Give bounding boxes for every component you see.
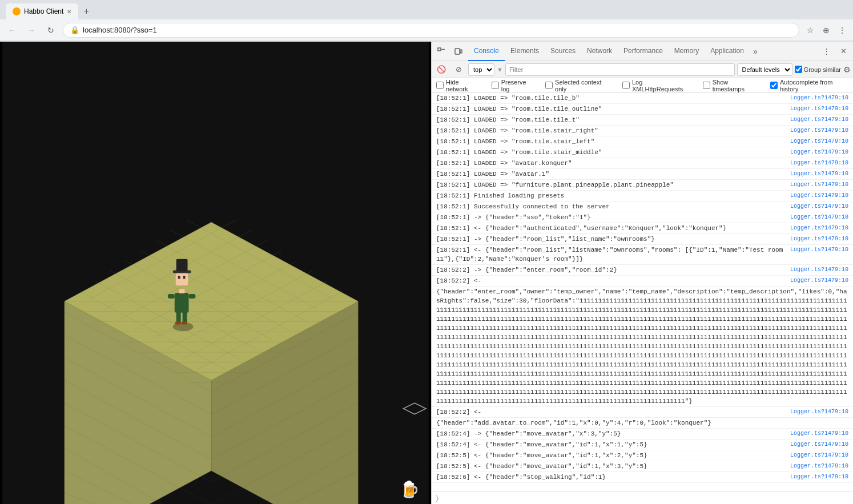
console-line-source[interactable]: Logger.ts?1479:10 <box>790 224 848 233</box>
console-line-source[interactable]: Logger.ts?1479:10 <box>790 213 848 222</box>
console-line: [18:52:1] LOADED => "avatar.1"Logger.ts?… <box>432 169 853 180</box>
console-line-source[interactable]: Logger.ts?1479:10 <box>790 245 848 255</box>
console-gear-button[interactable]: ⚙ <box>843 65 851 74</box>
console-line: [18:52:1] -> {"header":"room_list","list… <box>432 234 853 245</box>
autocomplete-label[interactable]: Autocomplete from history <box>770 79 848 92</box>
tab-sources[interactable]: Sources <box>545 42 581 61</box>
svg-rect-64 <box>438 48 441 51</box>
console-line-text: [18:52:1] Finished loading presets <box>436 191 786 200</box>
svg-rect-57 <box>179 289 185 293</box>
console-line-source[interactable]: Logger.ts?1479:10 <box>790 429 848 438</box>
tab-memory[interactable]: Memory <box>669 42 705 61</box>
console-line-source[interactable]: Logger.ts?1479:10 <box>790 462 848 471</box>
console-line-source[interactable]: Logger.ts?1479:10 <box>790 104 848 114</box>
show-timestamps-label[interactable]: Show timestamps <box>703 79 759 92</box>
console-line-source[interactable]: Logger.ts?1479:10 <box>790 137 848 146</box>
hide-network-label[interactable]: Hide network <box>436 79 480 92</box>
filter-input[interactable] <box>505 63 735 76</box>
console-line-source[interactable]: Logger.ts?1479:10 <box>790 148 848 157</box>
console-line-source[interactable]: Logger.ts?1479:10 <box>790 440 848 449</box>
console-line: [18:52:6] <- {"header":"stop_walking","i… <box>432 472 853 483</box>
console-settings-button[interactable]: ⊘ <box>451 62 466 77</box>
console-line-source[interactable]: Logger.ts?1479:10 <box>790 170 848 179</box>
more-tabs-button[interactable]: » <box>750 47 761 56</box>
console-line-source[interactable]: Logger.ts?1479:10 <box>790 180 848 189</box>
console-line-text: [18:52:1] <- {"header":"room_list","list… <box>436 245 786 264</box>
tab-network[interactable]: Network <box>581 42 618 61</box>
level-selector[interactable]: Default levels Verbose Info Warnings Err… <box>737 63 792 76</box>
console-line-source[interactable]: Logger.ts?1479:10 <box>790 451 848 460</box>
address-bar[interactable]: 🔒 localhost:8080/?sso=1 <box>63 23 799 38</box>
console-line: [18:52:4] -> {"header":"move_avatar","x"… <box>432 429 853 440</box>
tab-application[interactable]: Application <box>705 42 750 61</box>
new-tab-button[interactable]: + <box>78 3 94 19</box>
preserve-log-label[interactable]: Preserve log <box>492 79 534 92</box>
show-timestamps-checkbox[interactable] <box>703 82 710 89</box>
tab-bar: Habbo Client ✕ + <box>0 0 853 19</box>
console-line-source[interactable]: Logger.ts?1479:10 <box>790 126 848 135</box>
console-line-text: [18:52:1] LOADED => "room.tile.stair_rig… <box>436 126 786 135</box>
svg-rect-60 <box>183 276 186 279</box>
lock-icon: 🔒 <box>70 26 79 34</box>
devtools-toolbar: Console Elements Sources Network Perform… <box>432 42 853 61</box>
console-line-source[interactable]: Logger.ts?1479:10 <box>790 408 848 417</box>
console-line: {"header":"enter_room","owner":"temp_own… <box>432 287 853 407</box>
inspect-element-button[interactable] <box>434 44 449 59</box>
console-line: [18:52:1] Finished loading presetsLogger… <box>432 191 853 201</box>
devtools-more-button[interactable]: ⋮ <box>819 44 834 59</box>
console-input[interactable] <box>442 494 848 502</box>
console-line-source[interactable]: Logger.ts?1479:10 <box>790 265 848 275</box>
hide-network-checkbox[interactable] <box>436 82 444 89</box>
more-button[interactable]: ⋮ <box>836 24 848 37</box>
extensions-button[interactable]: ⊕ <box>820 24 832 37</box>
isometric-scene <box>0 42 431 504</box>
checkboxes-right: Log XMLHttpRequests Show timestamps Auto… <box>622 79 848 92</box>
address-text: localhost:8080/?sso=1 <box>83 26 157 34</box>
selected-context-checkbox[interactable] <box>545 82 553 89</box>
tab-console[interactable]: Console <box>468 42 505 61</box>
console-line-source[interactable]: Logger.ts?1479:10 <box>790 94 848 103</box>
console-line-text: [18:52:1] LOADED => "room.tile.stair_mid… <box>436 148 786 157</box>
devtools-panel: Console Elements Sources Network Perform… <box>431 42 853 504</box>
forward-button[interactable]: → <box>24 23 39 38</box>
console-line-text: [18:52:1] LOADED => "room.tile.tile_b" <box>436 94 786 103</box>
clear-console-button[interactable]: 🚫 <box>434 62 449 77</box>
console-line-source[interactable]: Logger.ts?1479:10 <box>790 276 848 285</box>
console-line-text: [18:52:1] <- {"header":"authenticated","… <box>436 224 786 233</box>
tab-performance[interactable]: Performance <box>618 42 669 61</box>
svg-rect-67 <box>460 50 462 53</box>
log-xml-label[interactable]: Log XMLHttpRequests <box>622 79 691 92</box>
console-line-source[interactable]: Logger.ts?1479:10 <box>790 235 848 244</box>
console-line-source[interactable]: Logger.ts?1479:10 <box>790 191 848 200</box>
reload-button[interactable]: ↻ <box>43 23 58 38</box>
selected-context-label[interactable]: Selected context only <box>545 79 611 92</box>
console-output[interactable]: [18:52:1] LOADED => "room.tile.tile_b"Lo… <box>432 93 853 491</box>
console-line-source[interactable]: Logger.ts?1479:10 <box>790 202 848 211</box>
preserve-log-checkbox[interactable] <box>492 82 499 89</box>
console-line-text: [18:52:1] LOADED => "avatar.konquer" <box>436 159 786 168</box>
tab-close-button[interactable]: ✕ <box>67 9 71 15</box>
group-similar-label[interactable]: Group similar <box>795 66 841 73</box>
tab-elements[interactable]: Elements <box>505 42 545 61</box>
console-line-text: [18:52:2] <- <box>436 276 786 285</box>
console-line: [18:52:5] <- {"header":"move_avatar","id… <box>432 450 853 461</box>
console-line-source[interactable]: Logger.ts?1479:10 <box>790 473 848 482</box>
bookmark-button[interactable]: ☆ <box>804 24 816 37</box>
device-toolbar-button[interactable] <box>451 44 466 59</box>
active-tab[interactable]: Habbo Client ✕ <box>6 3 78 19</box>
svg-rect-52 <box>175 322 181 325</box>
log-xml-checkbox[interactable] <box>622 82 630 89</box>
console-line-text: [18:52:1] LOADED => "room.tile.tile_t" <box>436 115 786 124</box>
console-line: [18:52:1] LOADED => "room.tile.stair_rig… <box>432 126 853 136</box>
devtools-close-button[interactable]: ✕ <box>836 44 851 59</box>
prompt-arrow: 〉 <box>436 494 438 502</box>
console-line-source[interactable]: Logger.ts?1479:10 <box>790 159 848 168</box>
autocomplete-checkbox[interactable] <box>770 82 778 89</box>
back-button[interactable]: ← <box>5 23 19 38</box>
group-similar-checkbox[interactable] <box>795 66 802 73</box>
console-prompt: 〉 <box>432 491 853 504</box>
devtools-tabs: Console Elements Sources Network Perform… <box>468 42 816 61</box>
console-line-source[interactable]: Logger.ts?1479:10 <box>790 115 848 124</box>
context-selector[interactable]: top <box>468 63 494 76</box>
console-line-text: [18:52:1] LOADED => "room.tile.tile_outl… <box>436 104 786 114</box>
